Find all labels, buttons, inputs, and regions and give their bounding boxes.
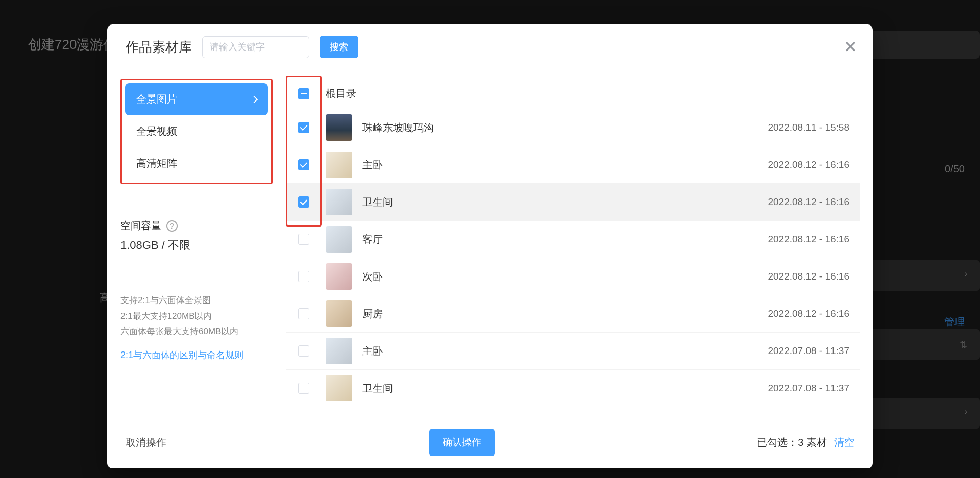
item-date: 2022.08.12 - 16:16 <box>768 196 849 208</box>
item-name: 次卧 <box>362 270 757 284</box>
capacity-label: 空间容量 <box>120 219 161 233</box>
hint-line: 2:1最大支持120MB以内 <box>120 309 273 324</box>
list-item[interactable]: 主卧2022.07.08 - 11:37 <box>286 333 860 370</box>
category-label: 全景视频 <box>136 124 177 138</box>
item-name: 主卧 <box>362 344 757 358</box>
list-item[interactable]: 厨房2022.08.12 - 16:16 <box>286 295 860 333</box>
modal-body: 全景图片全景视频高清矩阵 空间容量 ? 1.08GB / 不限 支持2:1与六面… <box>107 69 873 416</box>
item-thumbnail <box>326 189 352 215</box>
item-date: 2022.07.08 - 11:37 <box>768 383 849 394</box>
item-name: 珠峰东坡嘎玛沟 <box>362 121 757 135</box>
cancel-button[interactable]: 取消操作 <box>126 436 166 449</box>
item-date: 2022.08.12 - 16:16 <box>768 308 849 319</box>
list-item[interactable]: 卫生间2022.08.12 - 16:16 <box>286 184 860 221</box>
search-input[interactable] <box>202 36 309 58</box>
hint-line: 六面体每张最大支持60MB以内 <box>120 324 273 340</box>
category-highlight-box: 全景图片全景视频高清矩阵 <box>120 79 273 184</box>
item-thumbnail <box>326 114 352 141</box>
clear-selection-link[interactable]: 清空 <box>834 436 854 449</box>
item-thumbnail <box>326 226 352 253</box>
item-checkbox[interactable] <box>298 345 309 357</box>
item-checkbox[interactable] <box>298 383 309 394</box>
list-item[interactable]: 卫生间2022.07.08 - 11:37 <box>286 370 860 407</box>
item-thumbnail <box>326 152 352 178</box>
item-thumbnail <box>326 375 352 401</box>
item-checkbox[interactable] <box>298 271 309 282</box>
item-checkbox[interactable] <box>298 308 309 319</box>
category-item[interactable]: 全景视频 <box>125 115 268 147</box>
close-icon[interactable]: ✕ <box>844 39 857 55</box>
item-thumbnail <box>326 338 352 364</box>
item-checkbox[interactable] <box>298 234 309 245</box>
item-date: 2022.08.12 - 16:16 <box>768 234 849 245</box>
capacity-value: 1.08GB / 不限 <box>120 238 273 253</box>
item-checkbox[interactable] <box>298 196 309 208</box>
item-date: 2022.07.08 - 11:37 <box>768 345 849 357</box>
category-label: 全景图片 <box>136 92 177 106</box>
category-label: 高清矩阵 <box>136 157 177 170</box>
item-name: 卫生间 <box>362 382 757 395</box>
item-name: 卫生间 <box>362 195 757 209</box>
item-name: 客厅 <box>362 233 757 246</box>
modal-overlay: 作品素材库 搜索 ✕ 全景图片全景视频高清矩阵 空间容量 ? 1.08GB / … <box>0 0 980 478</box>
list-item[interactable]: 珠峰东坡嘎玛沟2022.08.11 - 15:58 <box>286 109 860 146</box>
item-name: 主卧 <box>362 158 757 172</box>
confirm-button[interactable]: 确认操作 <box>429 429 495 456</box>
item-checkbox[interactable] <box>298 159 309 170</box>
item-date: 2022.08.12 - 16:16 <box>768 159 849 170</box>
sidebar: 全景图片全景视频高清矩阵 空间容量 ? 1.08GB / 不限 支持2:1与六面… <box>107 69 286 416</box>
item-thumbnail <box>326 300 352 327</box>
modal-header: 作品素材库 搜索 ✕ <box>107 24 873 69</box>
search-button[interactable]: 搜索 <box>320 36 358 58</box>
upload-hints: 支持2:1与六面体全景图2:1最大支持120MB以内六面体每张最大支持60MB以… <box>120 293 273 340</box>
list-item[interactable]: 客厅2022.08.12 - 16:16 <box>286 221 860 258</box>
chevron-right-icon <box>251 95 258 103</box>
select-all-checkbox[interactable] <box>298 88 309 99</box>
item-name: 厨房 <box>362 307 757 321</box>
root-folder-label: 根目录 <box>326 87 356 100</box>
material-library-modal: 作品素材库 搜索 ✕ 全景图片全景视频高清矩阵 空间容量 ? 1.08GB / … <box>107 24 873 468</box>
item-list[interactable]: 根目录 珠峰东坡嘎玛沟2022.08.11 - 15:58主卧2022.08.1… <box>286 79 873 416</box>
modal-title: 作品素材库 <box>126 38 192 56</box>
selected-count-label: 已勾选：3 素材 <box>757 436 827 449</box>
category-item[interactable]: 高清矩阵 <box>125 147 268 180</box>
item-date: 2022.08.12 - 16:16 <box>768 271 849 282</box>
hint-link[interactable]: 2:1与六面体的区别与命名规则 <box>120 349 273 361</box>
item-thumbnail <box>326 263 352 290</box>
help-icon[interactable]: ? <box>166 220 178 232</box>
list-header-row: 根目录 <box>286 79 860 109</box>
content-area: 根目录 珠峰东坡嘎玛沟2022.08.11 - 15:58主卧2022.08.1… <box>286 69 873 416</box>
list-item[interactable]: 主卧2022.08.12 - 16:16 <box>286 146 860 184</box>
list-item[interactable]: 次卧2022.08.12 - 16:16 <box>286 258 860 295</box>
item-checkbox[interactable] <box>298 122 309 133</box>
item-date: 2022.08.11 - 15:58 <box>768 122 849 133</box>
capacity-label-row: 空间容量 ? <box>120 219 273 233</box>
hint-line: 支持2:1与六面体全景图 <box>120 293 273 309</box>
modal-footer: 取消操作 确认操作 已勾选：3 素材 清空 <box>107 416 873 468</box>
category-item[interactable]: 全景图片 <box>125 83 268 115</box>
